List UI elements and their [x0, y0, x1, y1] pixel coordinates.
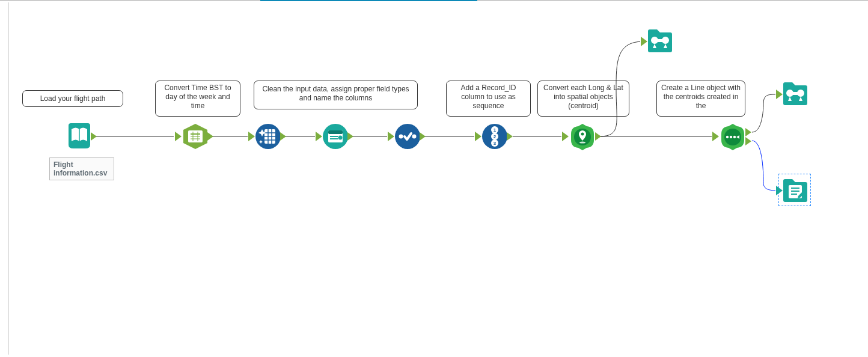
select-tool[interactable]	[394, 123, 418, 147]
input-data-tool[interactable]	[67, 123, 91, 147]
input-port[interactable]	[316, 132, 322, 141]
input-port[interactable]	[248, 132, 255, 141]
input-file-label[interactable]: Flight information.csv	[49, 157, 114, 180]
svg-point-35	[730, 136, 732, 138]
annotation-load-path[interactable]: Load your flight path	[22, 90, 123, 107]
output-port[interactable]	[745, 128, 751, 136]
svg-rect-38	[793, 92, 798, 95]
svg-text:1: 1	[494, 127, 497, 133]
svg-point-31	[581, 133, 584, 136]
annotation-record-id[interactable]: Add a Record_ID column to use as sequenc…	[446, 81, 531, 117]
connections-layer	[9, 2, 867, 355]
svg-point-21	[399, 135, 403, 139]
svg-point-32	[579, 142, 585, 144]
output-port[interactable]	[595, 132, 601, 141]
datetime-tool[interactable]	[182, 123, 206, 147]
svg-point-20	[395, 124, 420, 149]
workflow-canvas[interactable]: Load your flight path Convert Time BST t…	[8, 2, 867, 355]
record-id-tool[interactable]: 1 2 3	[481, 123, 506, 147]
output-port[interactable]	[91, 132, 97, 141]
create-points-tool[interactable]	[569, 123, 593, 147]
auto-field-tool[interactable]	[322, 123, 346, 147]
output-port[interactable]	[207, 132, 213, 141]
output-port[interactable]	[507, 132, 513, 141]
input-port[interactable]	[388, 132, 394, 141]
svg-rect-16	[328, 130, 343, 134]
svg-point-22	[412, 135, 417, 139]
svg-rect-37	[658, 39, 662, 42]
annotation-spatial-convert[interactable]: Convert each Long & Lat into spatial obj…	[537, 81, 629, 117]
svg-point-19	[338, 136, 343, 140]
input-port[interactable]	[175, 132, 182, 141]
output-port[interactable]	[280, 132, 286, 141]
svg-text:3: 3	[494, 141, 497, 146]
annotation-clean-data[interactable]: Clean the input data, assign proper fiel…	[254, 81, 418, 109]
output-data-tool[interactable]	[783, 178, 807, 202]
browse-tool-2[interactable]	[783, 81, 807, 105]
input-port[interactable]	[712, 132, 719, 141]
output-port-2[interactable]	[745, 137, 751, 145]
annotation-convert-time[interactable]: Convert Time BST to day of the week and …	[155, 81, 240, 117]
browse-tool[interactable]	[647, 28, 671, 52]
annotation-create-line[interactable]: Create a Line object with the centroids …	[656, 81, 745, 117]
tab-strip	[0, 0, 868, 1]
input-port[interactable]	[475, 132, 481, 141]
svg-point-34	[726, 136, 729, 138]
input-port[interactable]	[641, 37, 647, 46]
poly-build-tool[interactable]	[719, 123, 743, 147]
data-cleansing-tool[interactable]	[255, 123, 279, 147]
input-port[interactable]	[776, 90, 783, 99]
output-port[interactable]	[420, 132, 426, 141]
svg-rect-17	[330, 136, 338, 137]
svg-point-36	[733, 136, 736, 138]
input-port[interactable]	[776, 186, 783, 195]
svg-text:2: 2	[494, 134, 497, 139]
svg-rect-18	[330, 138, 338, 139]
input-port[interactable]	[562, 132, 569, 141]
output-port[interactable]	[347, 132, 353, 141]
